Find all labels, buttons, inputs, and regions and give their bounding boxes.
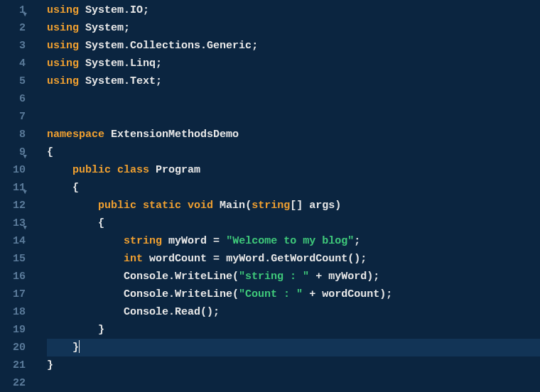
token-punct — [213, 200, 220, 212]
token-punct: . — [124, 40, 130, 52]
text-cursor — [79, 340, 80, 353]
code-line[interactable]: { — [47, 214, 540, 232]
token-punct: . — [168, 271, 175, 283]
code-line[interactable]: Console.WriteLine("Count : " + wordCount… — [47, 285, 540, 303]
token-punct: ( — [232, 288, 239, 300]
gutter-line: 21 — [0, 356, 26, 374]
token-ident: wordCount — [322, 288, 379, 300]
indent — [47, 182, 72, 194]
indent — [47, 271, 124, 283]
indent — [47, 164, 72, 176]
token-punct — [79, 4, 85, 16]
code-line[interactable] — [47, 90, 540, 108]
token-type: string — [124, 235, 162, 247]
code-line[interactable]: } — [47, 339, 540, 356]
token-punct — [207, 235, 213, 247]
indent — [47, 324, 98, 336]
token-ident: Program — [156, 164, 200, 176]
token-punct: (); — [200, 306, 220, 318]
gutter-line: 1▼ — [0, 1, 26, 19]
token-punct: . — [124, 4, 130, 16]
code-editor[interactable]: 1▼23456789▼1011▼1213▼141516171819202122 … — [0, 0, 540, 392]
token-method: Main — [220, 200, 245, 212]
code-line[interactable]: public class Program — [47, 161, 540, 179]
line-number: 8 — [11, 126, 26, 143]
code-area[interactable]: using System.IO;using System;using Syste… — [34, 0, 540, 392]
token-ident: myWord — [168, 235, 207, 247]
gutter-line: 8 — [0, 126, 26, 143]
token-punct: ); — [379, 288, 392, 300]
code-line[interactable]: Console.WriteLine("string : " + myWord); — [47, 268, 540, 285]
token-kw: public — [98, 200, 136, 212]
code-line[interactable]: Console.Read(); — [47, 303, 540, 321]
token-method: Read — [175, 306, 200, 318]
token-punct: ; — [143, 4, 149, 16]
gutter-line: 20 — [0, 339, 26, 356]
token-kw: static — [143, 200, 181, 212]
line-number: 2 — [11, 19, 26, 37]
token-punct — [322, 271, 328, 283]
token-kw: using — [47, 58, 79, 70]
gutter-line: 19 — [0, 321, 26, 339]
token-op: = — [213, 235, 220, 247]
line-number: 4 — [11, 55, 26, 72]
code-line[interactable]: using System.Collections.Generic; — [47, 37, 540, 55]
token-punct: { — [72, 182, 79, 194]
token-punct — [207, 253, 213, 265]
gutter-line: 2 — [0, 19, 26, 37]
token-punct: } — [47, 359, 53, 371]
code-line[interactable]: string myWord = "Welcome to my blog"; — [47, 232, 540, 250]
gutter-line: 3 — [0, 37, 26, 55]
token-op: + — [309, 288, 315, 300]
token-punct — [149, 164, 156, 176]
token-punct: [] — [290, 200, 309, 212]
token-punct: ( — [232, 271, 239, 283]
gutter-line: 17 — [0, 285, 26, 303]
gutter-line: 7 — [0, 108, 26, 126]
token-punct: { — [47, 146, 53, 158]
code-line[interactable]: using System.Text; — [47, 72, 540, 90]
code-line[interactable]: { — [47, 179, 540, 197]
code-line[interactable]: public static void Main(string[] args) — [47, 197, 540, 214]
code-line[interactable]: using System; — [47, 19, 540, 37]
token-punct — [79, 75, 85, 87]
line-number: 22 — [11, 374, 26, 392]
line-number: 5 — [11, 72, 26, 90]
code-line[interactable]: using System.Linq; — [47, 55, 540, 72]
line-number: 16 — [11, 268, 26, 285]
token-punct — [220, 253, 226, 265]
token-kw: void — [188, 200, 213, 212]
token-punct: } — [98, 324, 104, 336]
token-punct: (); — [347, 253, 367, 265]
code-line[interactable] — [47, 108, 540, 126]
token-ident: wordCount — [149, 253, 207, 265]
gutter-line: 13▼ — [0, 214, 26, 232]
token-punct — [104, 129, 111, 141]
token-punct: . — [200, 40, 207, 52]
code-line[interactable]: namespace ExtensionMethodsDemo — [47, 126, 540, 143]
token-ident: System — [85, 75, 124, 87]
token-punct: ; — [354, 235, 360, 247]
code-line[interactable] — [47, 374, 540, 392]
token-punct: ; — [156, 58, 162, 70]
token-method: WriteLine — [175, 271, 232, 283]
gutter-line: 14 — [0, 232, 26, 250]
token-ident: System — [85, 4, 124, 16]
code-line[interactable]: { — [47, 143, 540, 161]
gutter: 1▼23456789▼1011▼1213▼141516171819202122 — [0, 0, 34, 392]
code-line[interactable]: int wordCount = myWord.GetWordCount(); — [47, 250, 540, 268]
token-ident: Console — [124, 271, 168, 283]
token-ident: Console — [124, 306, 168, 318]
line-number: 19 — [11, 321, 26, 339]
code-line[interactable]: } — [47, 321, 540, 339]
code-line[interactable]: using System.IO; — [47, 1, 540, 19]
token-punct — [303, 288, 309, 300]
token-punct: ( — [245, 200, 252, 212]
token-punct: { — [98, 217, 104, 229]
token-punct — [309, 271, 315, 283]
token-type: int — [124, 253, 143, 265]
token-ident: System — [85, 40, 124, 52]
line-number: 17 — [11, 285, 26, 303]
code-line[interactable]: } — [47, 356, 540, 374]
token-punct: ) — [335, 200, 341, 212]
